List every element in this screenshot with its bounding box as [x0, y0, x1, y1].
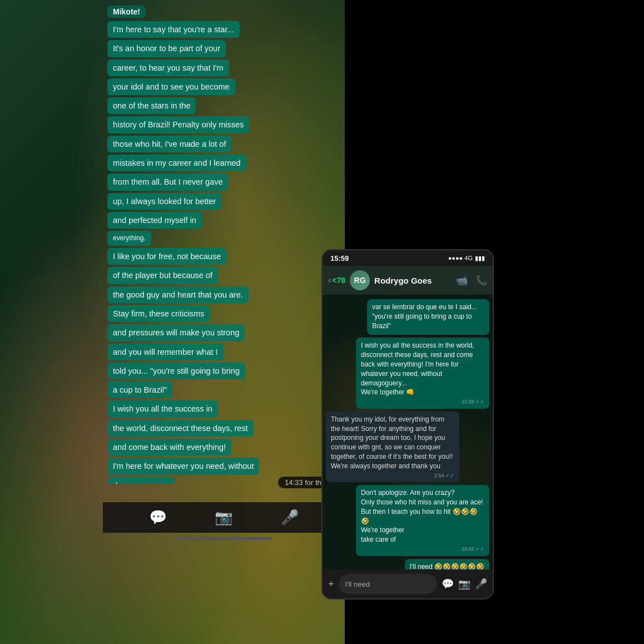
bottom-nav-bar: 💬 📷 🎤 — [103, 502, 345, 533]
phone-msg-sent-3: Don't apologize. Are you crazy?Only thos… — [356, 485, 489, 556]
phone-status-bar: 15:59 ●●●● 4G ▮▮▮ — [323, 250, 493, 266]
msg-bubble-12: everything. — [107, 231, 151, 246]
contact-name: Rodrygo Goes — [374, 276, 452, 285]
phone-msg-sent-4: I'll need 🤣🤣🤣🤣🤣🤣😊 8:16 — [405, 559, 489, 569]
back-count: <78 — [332, 276, 345, 285]
msg-bubble-21: I wish you all the success in — [107, 400, 218, 417]
phone-msg-time-2: 12:33 — [361, 398, 484, 405]
sender-name-badge: Mikote! — [107, 6, 146, 18]
phone-msg-sent-2: I wish you all the success in the world,… — [356, 338, 489, 408]
msg-bubble-3: career, to hear you say that I'm — [107, 60, 229, 76]
input-placeholder-text: I'll need — [345, 580, 370, 588]
msg-bubble-25: demagoguery... — [107, 477, 174, 484]
phone-input-bar: + I'll need 💬 📷 🎤 — [323, 569, 493, 598]
nav-icon-camera[interactable]: 📷 — [215, 509, 232, 526]
phone-msg-text-4: Don't apologize. Are you crazy?Only thos… — [361, 489, 483, 543]
battery-icon: ▮▮▮ — [475, 255, 485, 262]
status-time: 15:59 — [330, 254, 349, 262]
video-call-icon[interactable]: 📹 — [456, 275, 468, 286]
sticker-icon[interactable]: 💬 — [442, 578, 454, 590]
status-icons: ●●●● 4G ▮▮▮ — [448, 255, 485, 262]
home-indicator — [103, 530, 345, 547]
msg-bubble-6: history of Brazil! Penalty only misses — [107, 116, 249, 133]
msg-bubble-18: and you will remember what I — [107, 344, 224, 360]
msg-bubble-24: I'm here for whatever you need, without — [107, 458, 259, 474]
phone-overlay: 15:59 ●●●● 4G ▮▮▮ ‹ <78 RG Rodrygo Goes … — [321, 249, 494, 600]
msg-bubble-17: and pressures will make you strong — [107, 324, 245, 341]
chat-left-panel: Mikote! I'm here to say that you're a st… — [103, 0, 345, 484]
phone-input-field[interactable]: I'll need — [339, 574, 437, 594]
phone-msg-text-5: I'll need 🤣🤣🤣🤣🤣🤣😊 — [410, 563, 484, 569]
msg-bubble-5: one of the stars in the — [107, 97, 196, 114]
home-bar — [177, 537, 271, 540]
phone-msg-time-3: 2:54 — [331, 472, 454, 479]
msg-bubble-23: and come back with everything! — [107, 439, 231, 455]
msg-bubble-15: the good guy and heart that you are. — [107, 286, 249, 303]
phone-msg-received-1: Thank you my idol, for everything from t… — [326, 412, 459, 482]
phone-msg-text-1: var se lembrar do que eu te I said... "y… — [372, 303, 477, 330]
signal-icon: ●●●● 4G — [448, 255, 473, 261]
msg-bubble-4: your idol and to see you become — [107, 78, 235, 95]
msg-bubble-22: the world, disconnect these days, rest — [107, 420, 254, 437]
msg-bubble-8: mistakes in my career and I learned — [107, 155, 246, 171]
msg-bubble-13: I like you for free, not because — [107, 248, 226, 265]
plus-icon[interactable]: + — [328, 578, 334, 590]
phone-msg-sent-1: var se lembrar do que eu te I said... "y… — [367, 299, 489, 335]
back-button[interactable]: ‹ <78 — [328, 275, 345, 285]
phone-msg-text-3: Thank you my idol, for everything from t… — [331, 415, 453, 470]
phone-chat-header: ‹ <78 RG Rodrygo Goes 📹 📞 — [323, 266, 493, 295]
msg-bubble-2: It's an honor to be part of your — [107, 40, 226, 57]
header-icons: 📹 📞 — [456, 275, 487, 286]
phone-chat-body[interactable]: var se lembrar do que eu te I said... "y… — [323, 295, 493, 569]
nav-icon-chat[interactable]: 💬 — [149, 509, 167, 526]
msg-bubble-11: and perfected myself in — [107, 212, 202, 229]
msg-bubble-10: up, I always looked for better — [107, 193, 221, 210]
phone-call-icon[interactable]: 📞 — [475, 275, 487, 286]
msg-bubble-19: told you... "you're still going to bring — [107, 363, 245, 379]
msg-bubble-20: a cup to Brazil" — [107, 382, 172, 398]
avatar-initials: RG — [354, 276, 366, 285]
msg-bubble-14: of the player but because of — [107, 267, 218, 284]
chevron-left-icon: ‹ — [328, 275, 331, 285]
camera-icon-input[interactable]: 📷 — [458, 578, 470, 590]
contact-avatar[interactable]: RG — [350, 270, 370, 290]
msg-bubble-1: I'm here to say that you're a star... — [107, 21, 240, 38]
nav-icon-mic[interactable]: 🎤 — [281, 509, 299, 526]
msg-bubble-7: those who hit, I've made a lot of — [107, 136, 231, 152]
phone-msg-time-4: 10:02 — [361, 546, 484, 553]
msg-bubble-9: from them all. But I never gave — [107, 174, 228, 190]
phone-msg-text-2: I wish you all the success in the world,… — [361, 341, 474, 396]
msg-bubble-16: Stay firm, these criticisms — [107, 305, 210, 322]
mic-icon-input[interactable]: 🎤 — [475, 578, 487, 590]
